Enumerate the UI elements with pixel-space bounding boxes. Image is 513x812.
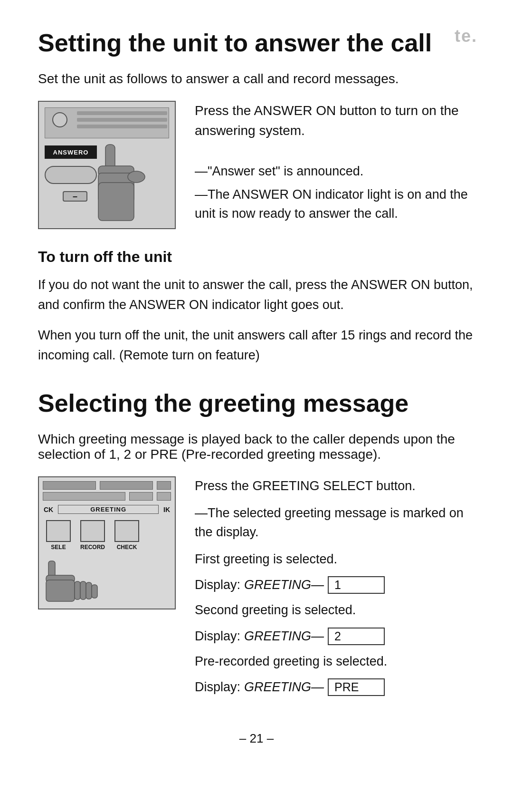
display-box-1: 1	[328, 576, 385, 594]
record-button-label: RECORD	[80, 544, 105, 551]
greeting-step-instruction: Press the GREETING SELECT button.	[195, 476, 475, 496]
section1-title: Setting the unit to answer the call	[38, 29, 475, 57]
greeting-device-image: CK GREETING IK SELE RECORD CHECK	[38, 476, 176, 609]
pre-greeting-label: Pre-recorded greeting is selected.	[195, 652, 475, 671]
svg-rect-9	[80, 581, 86, 599]
display-box-2: 2	[328, 628, 385, 645]
greeting-dash1: —The selected greeting message is marked…	[195, 503, 475, 542]
sele-button[interactable]	[46, 520, 71, 542]
section2-intro: Which greeting message is played back to…	[38, 432, 475, 462]
display-label-2: Display:	[195, 629, 240, 644]
device-circle-button	[52, 112, 67, 127]
display-label-1: Display:	[195, 578, 240, 592]
svg-rect-8	[75, 581, 80, 599]
display-row-1: Display: GREETING— 1	[195, 576, 475, 594]
section1-subsection: To turn off the unit If you do not want …	[38, 248, 475, 365]
step1-instruction: Press the ANSWER ON button to turn on th…	[195, 101, 475, 141]
second-greeting-label: Second greeting is selected.	[195, 600, 475, 620]
turnoff-para1: If you do not want the unit to answer th…	[38, 275, 475, 315]
display-italic-1: GREETING—	[244, 578, 324, 592]
section1-content-block: ANSWERO – Press the ANSWER ON button to …	[38, 101, 475, 229]
turnoff-para2: When you turn off the unit, the unit ans…	[38, 326, 475, 366]
greeting-hand-icon	[44, 559, 124, 606]
ck-label: CK	[44, 506, 53, 513]
greeting-descriptions: Press the GREETING SELECT button. —The s…	[195, 476, 475, 703]
dash2-indicator: —The ANSWER ON indicator light is on and…	[195, 185, 475, 223]
greeting-buttons-row: SELE RECORD CHECK	[46, 520, 168, 551]
subsection-title: To turn off the unit	[38, 248, 475, 266]
answer-device-image: ANSWERO –	[38, 101, 176, 229]
svg-rect-10	[86, 582, 92, 599]
svg-rect-4	[98, 183, 134, 221]
display-row-2: Display: GREETING— 2	[195, 628, 475, 645]
svg-rect-11	[92, 585, 97, 598]
check-button[interactable]	[114, 520, 139, 542]
display-box-3: PRE	[328, 678, 385, 696]
check-button-label: CHECK	[117, 544, 137, 551]
display-italic-2: GREETING—	[244, 629, 324, 644]
page-number: – 21 –	[38, 731, 475, 746]
hand-icon	[77, 140, 153, 225]
record-button[interactable]	[80, 520, 105, 542]
section1-instructions: Press the ANSWER ON button to turn on th…	[195, 101, 475, 227]
device-slot1	[77, 111, 167, 115]
svg-point-3	[128, 171, 145, 183]
section2-title: Selecting the greeting message	[38, 389, 475, 417]
section2-content-block: CK GREETING IK SELE RECORD CHECK	[38, 476, 475, 703]
section1-intro: Set the unit as follows to answer a call…	[38, 71, 475, 87]
display-row-3: Display: GREETING— PRE	[195, 678, 475, 696]
greeting-bracket-box: GREETING	[58, 505, 159, 514]
first-greeting-label: First greeting is selected.	[195, 550, 475, 569]
svg-rect-7	[46, 580, 75, 601]
device-slot2	[77, 118, 167, 122]
display-italic-3: GREETING—	[244, 680, 324, 695]
greeting-label-row: CK GREETING IK	[44, 505, 170, 514]
dash1-announcement: —"Answer set" is announced.	[195, 162, 475, 181]
greeting-top-strips	[43, 481, 171, 501]
ik-label: IK	[163, 506, 170, 513]
device-slot3	[77, 125, 167, 128]
sele-button-label: SELE	[51, 544, 66, 551]
display-label-3: Display:	[195, 680, 240, 695]
watermark: te.	[455, 26, 477, 46]
